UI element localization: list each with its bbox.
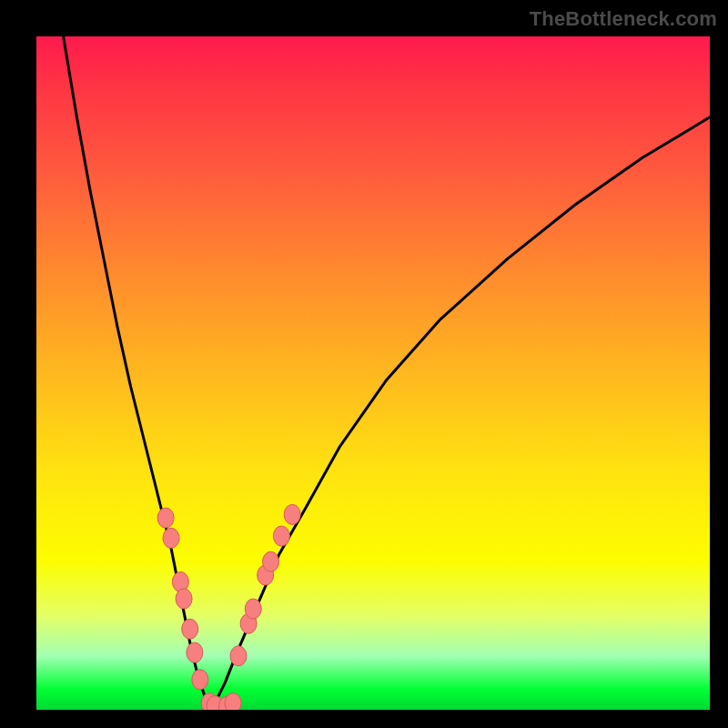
data-marker [245, 599, 261, 619]
data-marker [284, 504, 300, 524]
chart-stage: TheBottleneck.com [0, 0, 728, 728]
data-marker [225, 693, 241, 710]
data-marker [187, 642, 203, 662]
data-marker [273, 526, 289, 546]
data-marker [176, 589, 192, 609]
data-marker [230, 646, 247, 666]
data-marker [263, 551, 279, 571]
curve-right-branch [211, 117, 710, 710]
curve-left-branch [64, 36, 212, 710]
data-marker [163, 528, 179, 548]
data-marker [182, 619, 198, 639]
data-marker [157, 508, 174, 528]
watermark-text: TheBottleneck.com [530, 7, 717, 31]
curve-layer [36, 36, 710, 710]
plot-area [36, 36, 710, 710]
data-marker [192, 670, 208, 690]
